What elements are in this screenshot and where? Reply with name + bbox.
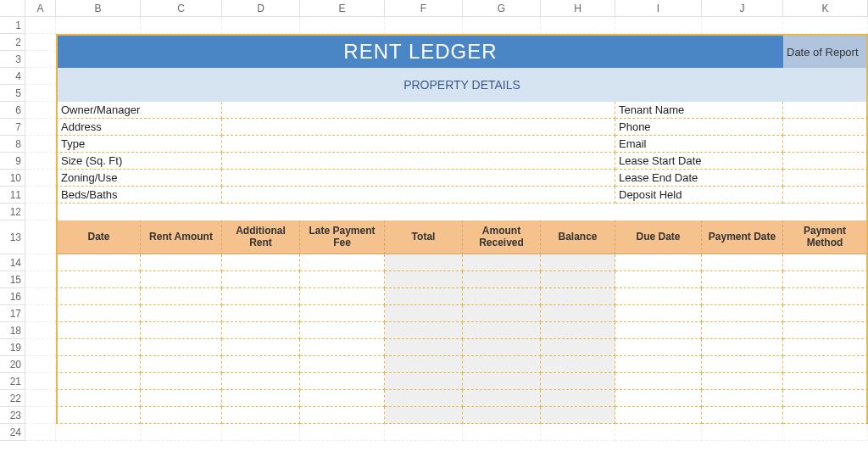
table-cell[interactable] [702,271,783,288]
beds-baths-value[interactable] [222,187,615,204]
row-header-14[interactable]: 14 [0,254,25,271]
table-cell[interactable] [141,390,222,407]
cell[interactable] [25,373,56,390]
table-cell[interactable] [385,271,463,288]
table-cell[interactable] [141,373,222,390]
row-header-12[interactable]: 12 [0,204,25,220]
table-cell[interactable] [783,271,868,288]
row-header-3[interactable]: 3 [0,51,25,68]
table-cell[interactable] [385,288,463,305]
table-cell[interactable] [783,322,868,339]
lease-end-value[interactable] [783,170,868,187]
table-cell[interactable] [783,373,868,390]
row-header-20[interactable]: 20 [0,356,25,373]
row-header-15[interactable]: 15 [0,271,25,288]
cell[interactable] [25,170,56,187]
cell[interactable] [25,136,56,153]
row-header-10[interactable]: 10 [0,170,25,187]
cell[interactable] [702,424,783,441]
row-header-7[interactable]: 7 [0,119,25,136]
table-cell[interactable] [222,339,300,356]
table-cell[interactable] [385,356,463,373]
table-cell[interactable] [541,254,615,271]
table-cell[interactable] [385,373,463,390]
table-cell[interactable] [615,322,702,339]
cell[interactable] [25,305,56,322]
row-header-22[interactable]: 22 [0,390,25,407]
cell[interactable] [222,424,300,441]
table-cell[interactable] [56,254,141,271]
row-header-11[interactable]: 11 [0,187,25,204]
row-header-17[interactable]: 17 [0,305,25,322]
cell[interactable] [25,153,56,170]
table-cell[interactable] [56,271,141,288]
table-cell[interactable] [783,407,868,424]
row-header-13[interactable]: 13 [0,220,25,254]
table-cell[interactable] [463,339,541,356]
cell[interactable] [25,85,56,102]
cell[interactable] [141,17,222,34]
table-cell[interactable] [56,356,141,373]
table-cell[interactable] [141,271,222,288]
cell[interactable] [783,424,868,441]
table-cell[interactable] [300,373,385,390]
cell[interactable] [222,17,300,34]
cell[interactable] [25,102,56,119]
size-value[interactable] [222,153,615,170]
row-header-16[interactable]: 16 [0,288,25,305]
address-value[interactable] [222,119,615,136]
table-cell[interactable] [783,356,868,373]
table-cell[interactable] [702,322,783,339]
cell[interactable] [25,220,56,254]
col-header-I[interactable]: I [615,0,702,17]
table-cell[interactable] [300,339,385,356]
table-cell[interactable] [463,390,541,407]
table-cell[interactable] [222,254,300,271]
table-cell[interactable] [300,356,385,373]
cell[interactable] [300,424,385,441]
table-cell[interactable] [300,322,385,339]
cell[interactable] [300,17,385,34]
table-cell[interactable] [56,288,141,305]
cell[interactable] [25,187,56,204]
table-cell[interactable] [385,322,463,339]
table-cell[interactable] [783,305,868,322]
cell[interactable] [385,424,463,441]
table-cell[interactable] [702,254,783,271]
table-cell[interactable] [463,373,541,390]
cell[interactable] [385,17,463,34]
col-header-B[interactable]: B [56,0,141,17]
cell[interactable] [702,17,783,34]
row-header-9[interactable]: 9 [0,153,25,170]
cell[interactable] [463,17,541,34]
cell[interactable] [25,390,56,407]
row-header-19[interactable]: 19 [0,339,25,356]
table-cell[interactable] [141,339,222,356]
table-cell[interactable] [141,407,222,424]
cell[interactable] [541,424,615,441]
email-value[interactable] [783,136,868,153]
table-cell[interactable] [702,339,783,356]
table-cell[interactable] [222,373,300,390]
table-cell[interactable] [463,407,541,424]
table-cell[interactable] [615,373,702,390]
col-header-G[interactable]: G [463,0,541,17]
table-cell[interactable] [56,407,141,424]
table-cell[interactable] [300,390,385,407]
table-cell[interactable] [300,407,385,424]
table-cell[interactable] [541,356,615,373]
select-all-corner[interactable] [0,0,25,17]
spacer-row[interactable] [56,204,868,220]
table-cell[interactable] [300,288,385,305]
cell[interactable] [615,17,702,34]
table-cell[interactable] [141,305,222,322]
table-cell[interactable] [56,305,141,322]
row-header-18[interactable]: 18 [0,322,25,339]
cell[interactable] [25,322,56,339]
table-cell[interactable] [541,339,615,356]
col-header-H[interactable]: H [541,0,615,17]
table-cell[interactable] [541,407,615,424]
row-header-24[interactable]: 24 [0,424,25,441]
row-header-6[interactable]: 6 [0,102,25,119]
table-cell[interactable] [541,271,615,288]
